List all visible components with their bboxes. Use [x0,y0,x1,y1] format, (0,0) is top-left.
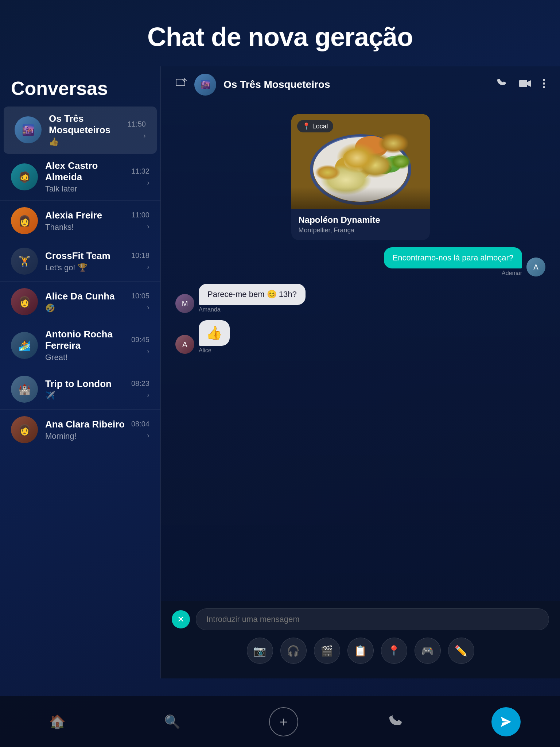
avatar-alice: 👩 [11,288,38,315]
avatar-os-tres: 🌆 [15,116,42,143]
message-input[interactable] [196,608,549,630]
conv-meta: 11:00 › [131,211,149,231]
conv-meta: 10:05 › [131,292,149,311]
chevron-right-icon: › [147,303,149,311]
location-name: Napoléon Dynamite [299,215,423,225]
conversation-item-alexia[interactable]: 👩 Alexia Freire Thanks! 11:00 › [0,201,160,241]
conversation-item-antonio[interactable]: 🏄 Antonio Rocha Ferreira Great! 09:45 › [0,322,160,369]
svg-point-14 [355,136,388,158]
conv-info: Antonio Rocha Ferreira Great! [45,329,131,362]
conv-name: Trip to London [45,378,131,390]
conversation-item-alex[interactable]: 🧔 Alex Castro Almeida Talk later 11:32 › [0,154,160,201]
conversation-list: 🌆 Os Três Mosqueteiros 👍 11:50 › 🧔 Alex … [0,107,160,678]
chevron-right-icon: › [147,263,149,271]
svg-point-13 [344,152,373,171]
sent-avatar: A [526,258,545,276]
svg-point-11 [343,150,363,166]
nav-send-button[interactable] [491,707,521,736]
conversation-item-alice[interactable]: 👩 Alice Da Cunha 🤣 10:05 › [0,282,160,322]
alice-avatar-chat: A [175,335,194,354]
conv-meta: 11:32 › [131,167,149,187]
more-options-icon[interactable] [542,78,545,92]
location-button[interactable]: 📍 [381,638,407,664]
conv-preview: Thanks! [45,222,131,232]
chevron-right-icon: › [147,347,149,355]
video-icon[interactable] [518,78,532,92]
location-image-wrap: 📍 Local [291,114,430,209]
phone-icon[interactable] [496,78,508,92]
svg-point-18 [377,164,392,174]
camera-button[interactable]: 📷 [247,638,273,664]
chevron-right-icon: › [147,391,149,399]
nav-add-button[interactable]: ＋ [269,707,298,736]
app-title: Chat de nova geração [0,22,560,52]
location-badge: 📍 Local [297,120,333,132]
sent-msg-group: Encontramo-nos lá para almoçar? Ademar [384,247,522,276]
chat-header: 🌆 Os Três Mosqueteiros [161,66,560,103]
avatar-alexia: 👩 [11,207,38,234]
chevron-right-icon: › [143,131,146,140]
compose-icon[interactable] [175,78,187,92]
sender-label-ademar: Ademar [502,270,522,276]
video-button[interactable]: 🎬 [314,638,340,664]
draw-button[interactable]: ✏️ [448,638,474,664]
conversation-item-crossfit[interactable]: 🏋 CrossFit Team Let's go! 🏆 10:18 › [0,241,160,282]
sidebar-title: Conversas [0,66,160,107]
nav-search[interactable]: 🔍 [154,707,191,736]
nav-home[interactable]: 🏠 [39,707,76,736]
chat-input-area: ✕ 📷 🎧 🎬 📋 📍 🎮 ✏️ [161,601,560,678]
nav-calls[interactable] [377,707,413,736]
conv-info: Alice Da Cunha 🤣 [45,291,131,313]
received-msg-group: Parece-me bem 😊 13h? Amanda [199,284,306,313]
conv-preview: Morning! [45,431,131,441]
conv-time: 11:32 [131,167,149,175]
svg-point-16 [379,158,401,173]
toolbar-row: 📷 🎧 🎬 📋 📍 🎮 ✏️ [172,638,549,664]
svg-point-19 [356,154,369,160]
conv-time: 10:05 [131,292,149,300]
conv-name: Os Três Mosqueteiros [49,113,128,136]
conversation-item-anaclara[interactable]: 👩 Ana Clara Ribeiro Morning! 08:04 › [0,410,160,450]
clear-button[interactable]: ✕ [172,610,190,628]
svg-point-15 [356,136,387,154]
avatar-anaclara: 👩 [11,416,38,443]
amanda-avatar: M [175,294,194,313]
thumbs-up-message: 👍 [199,320,230,346]
audio-button[interactable]: 🎧 [280,638,307,664]
location-sub: Montpellier, França [299,227,423,234]
chat-group-name: Os Três Mosqueteiros [223,79,489,90]
games-button[interactable]: 🎮 [415,638,441,664]
pin-icon: 📍 [302,122,310,130]
sender-label-amanda: Amanda [199,306,306,313]
svg-point-12 [355,152,373,167]
conv-meta: 09:45 › [131,336,149,355]
chat-messages: 📍 Local Napoléon Dynamite Montpellier, F… [161,103,560,601]
conv-name: CrossFit Team [45,250,131,262]
conv-name: Alice Da Cunha [45,291,131,302]
svg-point-2 [543,79,545,81]
conv-preview: Talk later [45,184,131,194]
bottom-nav: 🏠 🔍 ＋ [0,696,560,747]
avatar-london: 🏰 [11,376,38,403]
conversation-item-os-tres[interactable]: 🌆 Os Três Mosqueteiros 👍 11:50 › [4,107,157,154]
svg-point-6 [313,136,408,202]
conv-preview: Great! [45,353,131,362]
conv-preview: 🤣 [45,303,131,313]
conv-info: Ana Clara Ribeiro Morning! [45,419,131,441]
clipboard-button[interactable]: 📋 [347,638,374,664]
message-received-2: A 👍 Alice [175,320,545,354]
svg-point-4 [543,86,545,88]
conv-time: 09:45 [131,336,149,344]
conv-time: 08:04 [131,420,149,428]
chat-actions [496,78,545,92]
conv-preview: ✈️ [45,391,131,400]
conv-time: 11:00 [131,211,149,219]
chevron-right-icon: › [147,222,149,231]
local-label: Local [312,123,328,130]
conv-meta: 10:18 › [131,251,149,271]
conv-info: CrossFit Team Let's go! 🏆 [45,250,131,272]
conv-info: Os Três Mosqueteiros 👍 [49,113,128,147]
sent-bubble: Encontramo-nos lá para almoçar? [384,247,522,268]
conv-info: Alex Castro Almeida Talk later [45,160,131,194]
conversation-item-london[interactable]: 🏰 Trip to London ✈️ 08:23 › [0,369,160,410]
